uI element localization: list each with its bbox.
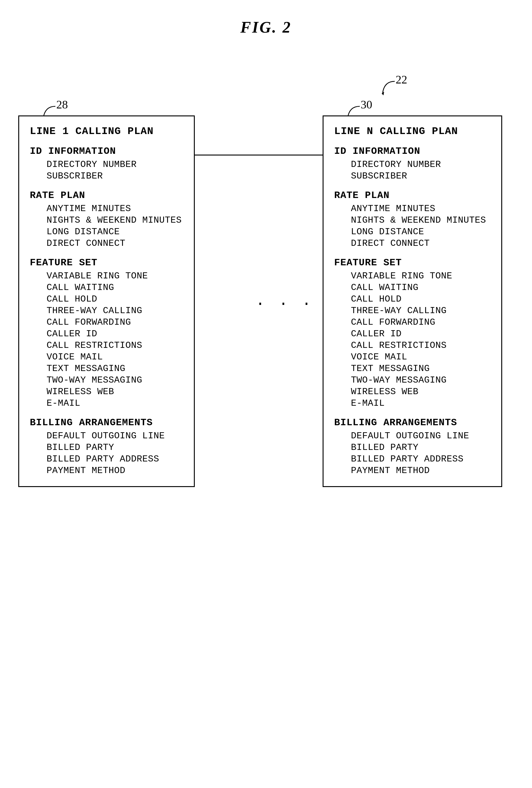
line1-default-outgoing-line: DEFAULT OUTGOING LINE	[46, 431, 183, 441]
lineN-variable-ring-tone: VARIABLE RING TONE	[351, 271, 491, 281]
line1-caller-id: CALLER ID	[46, 329, 183, 339]
lineN-call-restrictions: CALL RESTRICTIONS	[351, 340, 491, 351]
line1-feature-set-header: FEATURE SET	[30, 257, 183, 268]
line1-call-restrictions: CALL RESTRICTIONS	[46, 340, 183, 351]
lineN-feature-set-header: FEATURE SET	[334, 257, 491, 268]
lineN-long-distance: LONG DISTANCE	[351, 226, 491, 237]
diagram-container: 22 28 30 LINE 1 CALLING PLAN ID INFORMAT…	[0, 42, 532, 788]
line1-subscriber: SUBSCRIBER	[46, 171, 183, 181]
ref-28-label: 28	[56, 98, 68, 111]
line1-billed-party-address: BILLED PARTY ADDRESS	[46, 454, 183, 464]
lineN-nights-weekend-minutes: NIGHTS & WEEKEND MINUTES	[351, 215, 491, 225]
ref-30-label: 30	[361, 98, 372, 111]
line1-three-way-calling: THREE-WAY CALLING	[46, 306, 183, 316]
lineN-three-way-calling: THREE-WAY CALLING	[351, 306, 491, 316]
line1-call-forwarding: CALL FORWARDING	[46, 317, 183, 328]
lineN-rate-plan-header: RATE PLAN	[334, 190, 491, 201]
lineN-direct-connect: DIRECT CONNECT	[351, 238, 491, 249]
line1-box-title: LINE 1 CALLING PLAN	[30, 125, 183, 137]
ref-22-label: 22	[396, 73, 407, 86]
line1-billed-party: BILLED PARTY	[46, 442, 183, 453]
lineN-call-forwarding: CALL FORWARDING	[351, 317, 491, 328]
line1-variable-ring-tone: VARIABLE RING TONE	[46, 271, 183, 281]
lineN-calling-plan-box: LINE N CALLING PLAN ID INFORMATION DIREC…	[323, 115, 502, 487]
line1-call-hold: CALL HOLD	[46, 294, 183, 304]
line1-text-messaging: TEXT MESSAGING	[46, 363, 183, 374]
line1-wireless-web: WIRELESS WEB	[46, 387, 183, 397]
lineN-call-hold: CALL HOLD	[351, 294, 491, 304]
line1-email: E-MAIL	[46, 398, 183, 409]
line1-anytime-minutes: ANYTIME MINUTES	[46, 203, 183, 214]
lineN-billing-header: BILLING ARRANGEMENTS	[334, 417, 491, 428]
figure-title: FIG. 2	[0, 18, 532, 36]
lineN-subscriber: SUBSCRIBER	[351, 171, 491, 181]
line1-payment-method: PAYMENT METHOD	[46, 466, 183, 476]
lineN-two-way-messaging: TWO-WAY MESSAGING	[351, 375, 491, 385]
line1-id-information-header: ID INFORMATION	[30, 145, 183, 157]
line1-two-way-messaging: TWO-WAY MESSAGING	[46, 375, 183, 385]
line1-call-waiting: CALL WAITING	[46, 282, 183, 293]
lineN-box-title: LINE N CALLING PLAN	[334, 125, 491, 137]
lineN-email: E-MAIL	[351, 398, 491, 409]
lineN-call-waiting: CALL WAITING	[351, 282, 491, 293]
lineN-voice-mail: VOICE MAIL	[351, 352, 491, 362]
line1-nights-weekend-minutes: NIGHTS & WEEKEND MINUTES	[46, 215, 183, 225]
line1-billing-header: BILLING ARRANGEMENTS	[30, 417, 183, 428]
line1-voice-mail: VOICE MAIL	[46, 352, 183, 362]
line1-calling-plan-box: LINE 1 CALLING PLAN ID INFORMATION DIREC…	[18, 115, 195, 487]
connector-line	[195, 151, 323, 160]
lineN-billed-party: BILLED PARTY	[351, 442, 491, 453]
lineN-directory-number: DIRECTORY NUMBER	[351, 159, 491, 170]
line1-direct-connect: DIRECT CONNECT	[46, 238, 183, 249]
lineN-id-information-header: ID INFORMATION	[334, 145, 491, 157]
line1-long-distance: LONG DISTANCE	[46, 226, 183, 237]
lineN-billed-party-address: BILLED PARTY ADDRESS	[351, 454, 491, 464]
lineN-wireless-web: WIRELESS WEB	[351, 387, 491, 397]
lineN-text-messaging: TEXT MESSAGING	[351, 363, 491, 374]
lineN-anytime-minutes: ANYTIME MINUTES	[351, 203, 491, 214]
lineN-default-outgoing-line: DEFAULT OUTGOING LINE	[351, 431, 491, 441]
lineN-caller-id: CALLER ID	[351, 329, 491, 339]
line1-directory-number: DIRECTORY NUMBER	[46, 159, 183, 170]
line1-rate-plan-header: RATE PLAN	[30, 190, 183, 201]
lineN-payment-method: PAYMENT METHOD	[351, 466, 491, 476]
ellipsis-dots: . . .	[255, 292, 313, 310]
